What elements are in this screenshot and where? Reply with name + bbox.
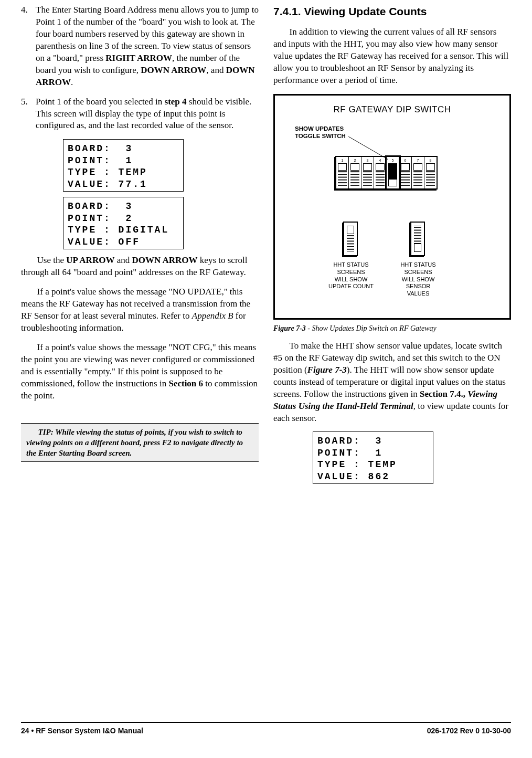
switch-num: 2 [349, 158, 361, 163]
switch-num: 4 [374, 158, 386, 163]
figure-ref: Figure 7-3 [307, 365, 347, 375]
step-number: 4. [21, 4, 36, 89]
switch-on-example [343, 222, 358, 256]
switch-num: 3 [361, 158, 374, 163]
switch-num: 7 [412, 158, 424, 163]
key-up-arrow: UP ARROW [66, 255, 114, 265]
dip-switch-figure: RF GATEWAY DIP SWITCH SHOW UPDATES TOGGL… [273, 94, 511, 320]
switch-num: 8 [424, 158, 437, 163]
paragraph: If a point's value shows the message "NO… [21, 286, 259, 334]
text: Use the [37, 255, 67, 265]
toggle-switch-label: SHOW UPDATES TOGGLE SWITCH [295, 125, 346, 140]
dip-switch-3: 3 [361, 157, 374, 188]
step-body: The Enter Starting Board Address menu al… [36, 4, 259, 89]
lcd-screen-1: BOARD: 3 POINT: 1 TYPE : TEMP VALUE: 77.… [63, 139, 184, 192]
dip-switch-6: 6 [399, 157, 412, 188]
dip-switch-5-highlighted: 5 [387, 157, 399, 188]
paragraph: To make the HHT show sensor value update… [273, 340, 511, 425]
section-ref: Section 6 [168, 378, 203, 388]
right-column: 7.4.1. Viewing Update Counts In addition… [273, 4, 511, 489]
dip-switch-7: 7 [412, 157, 424, 188]
appendix-ref: Appendix B [192, 311, 233, 321]
text: Point 1 of the board you selected in [36, 97, 165, 107]
dip-switch-block: 1 2 3 4 5 6 7 8 [335, 156, 438, 190]
text: HHT STATUS SCREENS WILL SHOW UPDATE COUN… [328, 261, 374, 289]
switch-off-example [410, 222, 425, 256]
key-right-arrow: RIGHT ARROW [105, 53, 172, 63]
figure-desc: - Show Updates Dip Switch on RF Gateway [306, 324, 437, 332]
tip-box: TIP: While viewing the status of points,… [21, 423, 259, 462]
footer-left: 24 • RF Sensor System I&O Manual [21, 726, 143, 736]
text: , and [206, 65, 226, 75]
figure-number: Figure 7-3 [273, 324, 306, 332]
footer-right: 026-1702 Rev 0 10-30-00 [427, 726, 511, 736]
figure-caption: Figure 7-3 - Show Updates Dip Switch on … [273, 324, 511, 334]
key-down-arrow: DOWN ARROW [132, 255, 197, 265]
paragraph: In addition to viewing the current value… [273, 26, 511, 87]
switch-num: 1 [336, 158, 348, 163]
page-footer: 24 • RF Sensor System I&O Manual 026-170… [21, 722, 511, 736]
switch-num: 6 [399, 158, 411, 163]
step-number: 5. [21, 96, 36, 132]
lcd-screen-2: BOARD: 3 POINT: 2 TYPE : DIGITAL VALUE: … [63, 197, 184, 249]
section-heading: 7.4.1. Viewing Update Counts [273, 4, 511, 19]
dip-switch-2: 2 [349, 157, 361, 188]
step-5: 5. Point 1 of the board you selected in … [21, 96, 259, 132]
switch-off-caption: HHT STATUS SCREENS WILL SHOW SENSOR VALU… [389, 261, 447, 298]
figure-title: RF GATEWAY DIP SWITCH [281, 104, 503, 116]
dip-switch-1: 1 [336, 157, 349, 188]
step-4: 4. The Enter Starting Board Address menu… [21, 4, 259, 89]
text: and [114, 255, 132, 265]
switch-num: 5 [387, 158, 399, 163]
text: . [71, 77, 73, 87]
section-ref: Section 7.4., [420, 389, 465, 399]
label-line1: SHOW UPDATES TOGGLE SWITCH [295, 125, 346, 139]
step-body: Point 1 of the board you selected in ste… [36, 96, 259, 132]
paragraph: If a point's value shows the message "NO… [21, 342, 259, 402]
left-column: 4. The Enter Starting Board Address menu… [21, 4, 259, 489]
switch-on-caption: HHT STATUS SCREENS WILL SHOW UPDATE COUN… [322, 261, 380, 290]
key-down-arrow: DOWN ARROW [141, 65, 206, 75]
lcd-screen-3: BOARD: 3 POINT: 1 TYPE : TEMP VALUE: 862 [313, 431, 433, 484]
dip-switch-8: 8 [424, 157, 437, 188]
text: HHT STATUS SCREENS WILL SHOW SENSOR VALU… [400, 261, 435, 297]
dip-switch-4: 4 [374, 157, 387, 188]
paragraph: Use the UP ARROW and DOWN ARROW keys to … [21, 255, 259, 279]
bold-step-ref: step 4 [165, 97, 187, 107]
